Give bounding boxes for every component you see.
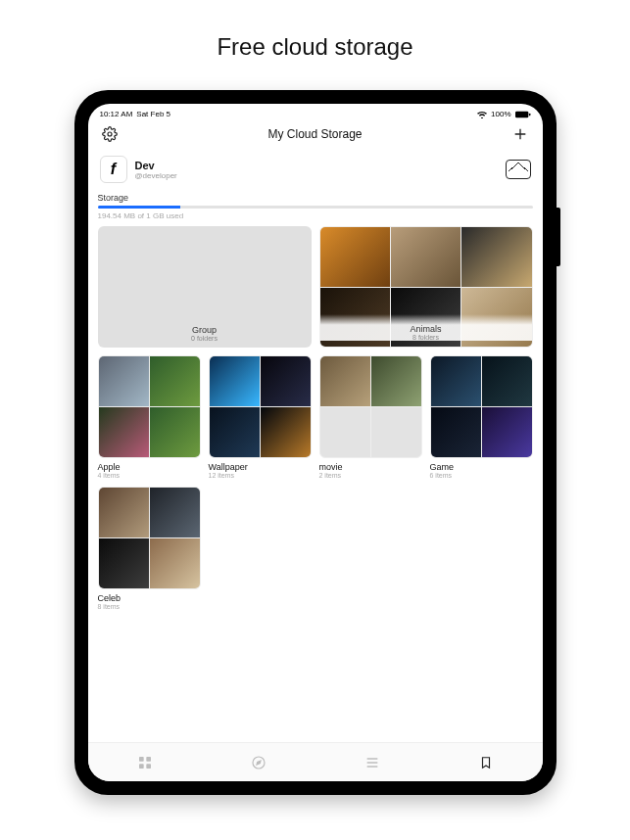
thumbnail (99, 356, 149, 406)
storage-section-label: Storage (98, 191, 533, 206)
device-frame: 10:12 AM Sat Feb 5 100% My Cloud Storage (74, 90, 557, 795)
thumbnail (431, 407, 481, 457)
thumbnail (482, 407, 532, 457)
svg-rect-6 (146, 764, 151, 769)
status-battery-text: 100% (491, 110, 510, 118)
folder-label: movie (319, 458, 422, 472)
folder-sublabel: 0 folders (98, 335, 312, 342)
tab-grid[interactable] (135, 753, 155, 772)
thumbnail (150, 488, 200, 537)
folder-wallpaper[interactable]: Wallpaper 12 items (209, 355, 312, 479)
svg-rect-5 (139, 764, 144, 769)
thumbnail (371, 407, 421, 457)
folder-apple[interactable]: Apple 4 items (98, 355, 201, 479)
mail-button[interactable] (506, 160, 531, 179)
tab-explore[interactable] (249, 753, 268, 772)
folder-game[interactable]: Game 6 items (430, 355, 533, 479)
thumbnail (320, 407, 370, 457)
thumbnail (461, 288, 531, 348)
add-button[interactable] (510, 124, 530, 144)
thumbnail (150, 538, 200, 588)
screen: 10:12 AM Sat Feb 5 100% My Cloud Storage (88, 104, 543, 781)
thumbnail (391, 227, 460, 287)
page-headline: Free cloud storage (217, 33, 412, 61)
thumbnail (261, 356, 311, 406)
thumbnail (461, 227, 531, 287)
tab-bookmark[interactable] (476, 753, 496, 772)
storage-used-text: 194.54 MB of 1 GB used (98, 209, 533, 226)
thumbnail (210, 407, 260, 457)
thumbnail (99, 538, 149, 588)
tab-bar (88, 742, 543, 781)
user-row[interactable]: f Dev @developer (98, 150, 533, 191)
folder-label: Game (430, 458, 533, 472)
svg-rect-4 (146, 757, 151, 762)
folder-celeb[interactable]: Celeb 8 items (98, 487, 201, 610)
folder-movie[interactable]: movie 2 items (319, 355, 422, 479)
folder-sublabel: 6 items (430, 472, 533, 479)
folder-label: Celeb (98, 589, 201, 603)
thumbnail (150, 356, 200, 406)
thumbnail (431, 356, 481, 406)
folder-sublabel: 4 items (98, 472, 201, 479)
status-date: Sat Feb 5 (136, 110, 170, 118)
user-handle: @developer (135, 171, 177, 180)
settings-button[interactable] (100, 124, 120, 144)
svg-rect-1 (529, 113, 530, 116)
svg-rect-0 (515, 111, 528, 117)
folder-label: Apple (98, 458, 201, 472)
content-area: f Dev @developer Storage 194.54 MB of 1 … (88, 150, 543, 742)
thumbnail (99, 407, 149, 457)
thumbnail (210, 356, 260, 406)
navbar-title: My Cloud Storage (267, 127, 362, 141)
folder-group[interactable]: Group 0 folders (98, 226, 312, 348)
thumbnail (371, 356, 421, 406)
svg-rect-3 (139, 757, 144, 762)
wifi-icon (477, 111, 487, 118)
folder-label: Group (192, 325, 217, 335)
thumbnail (150, 407, 200, 457)
svg-point-2 (108, 132, 112, 136)
tab-list[interactable] (363, 753, 382, 772)
status-time: 10:12 AM (100, 110, 133, 118)
thumbnail (320, 356, 370, 406)
navbar: My Cloud Storage (88, 120, 543, 150)
svg-marker-8 (257, 761, 261, 765)
user-name: Dev (135, 160, 177, 171)
folder-animals[interactable]: Animals 8 folders (319, 226, 533, 348)
folder-sublabel: 2 items (319, 472, 422, 479)
battery-icon (515, 111, 531, 118)
folder-sublabel: 12 items (209, 472, 312, 479)
thumbnail (99, 488, 149, 537)
folder-sublabel: 8 items (98, 603, 201, 610)
thumbnail (261, 407, 311, 457)
folder-label: Wallpaper (209, 458, 312, 472)
thumbnail (320, 288, 390, 348)
avatar: f (100, 156, 127, 183)
thumbnail (482, 356, 532, 406)
thumbnail (391, 288, 460, 348)
thumbnail (320, 227, 390, 287)
status-bar: 10:12 AM Sat Feb 5 100% (88, 104, 543, 120)
